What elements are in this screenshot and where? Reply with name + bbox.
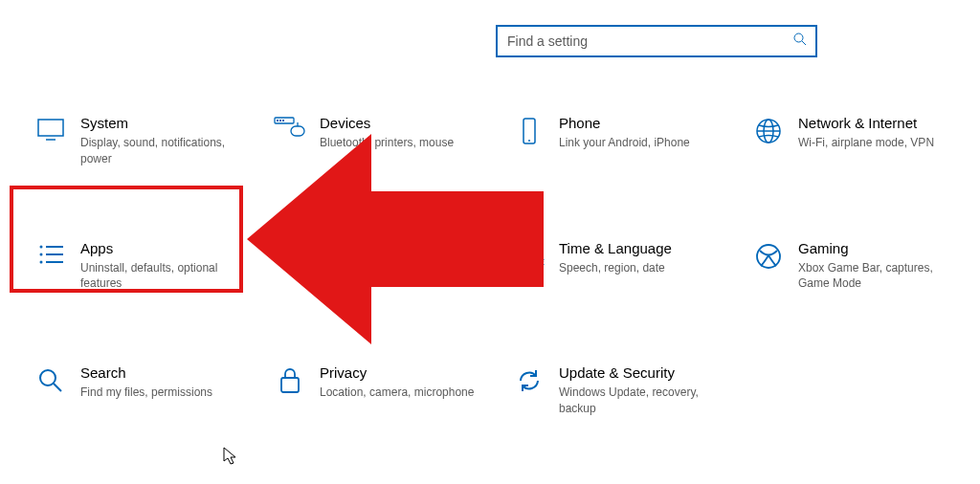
svg-text:A字: A字 [529,257,545,269]
cursor-icon [223,447,238,466]
svg-point-26 [40,370,56,385]
phone-icon [505,115,553,145]
tile-title: Network & Internet [798,115,934,131]
tile-apps[interactable]: Apps Uninstall, defaults, optional featu… [21,232,260,300]
tile-title: Privacy [320,364,474,381]
tile-title: Search [80,364,212,381]
tile-title: Update & Security [559,364,716,381]
tile-subtitle: Bluetooth, printers, mouse [320,135,454,151]
tile-gaming[interactable]: Gaming Xbox Game Bar, captures, Game Mod… [739,232,978,300]
search-container [496,25,817,57]
tile-subtitle: Windows Update, recovery, backup [559,385,716,417]
tile-subtitle: Link your Android, iPhone [559,135,690,151]
svg-point-17 [40,253,43,255]
svg-rect-6 [279,120,281,121]
search-input[interactable] [496,25,817,57]
tile-subtitle: Uninstall, defaults, optional features [80,260,237,293]
svg-point-11 [528,140,530,142]
tile-subtitle: Wi-Fi, airplane mode, VPN [798,135,934,151]
tile-subtitle: Display, sound, notifications, power [80,135,237,167]
svg-rect-8 [291,126,304,136]
tile-update-security[interactable]: Update & Security Windows Update, recove… [500,357,739,425]
svg-rect-28 [281,378,299,392]
tile-subtitle: Speech, region, date [559,260,672,276]
tile-title: Apps [80,240,237,256]
tile-devices[interactable]: Devices Bluetooth, printers, mouse [260,107,500,175]
tile-privacy[interactable]: Privacy Location, camera, microphone [260,357,500,425]
tile-search[interactable]: Search Find my files, permissions [21,357,260,425]
gaming-icon [745,240,792,271]
svg-line-27 [54,384,61,391]
search-tile-icon [27,364,75,395]
svg-point-15 [40,245,43,248]
svg-rect-5 [277,120,278,121]
network-icon [745,115,792,145]
tile-phone[interactable]: Phone Link your Android, iPhone [500,107,739,175]
devices-icon [266,115,314,142]
time-language-icon: A字 [505,240,553,271]
tile-network[interactable]: Network & Internet Wi-Fi, airplane mode,… [739,107,978,175]
tile-title: Devices [320,115,454,131]
tile-title: Phone [559,115,690,131]
apps-icon [27,240,75,267]
tile-subtitle: Find my files, permissions [80,385,212,401]
tile-subtitle: Xbox Game Bar, captures, Game Mode [798,260,955,293]
tile-title: System [80,115,237,131]
svg-point-19 [40,260,43,263]
privacy-icon [266,364,314,395]
tile-title: Gaming [798,240,955,256]
svg-rect-2 [38,120,63,136]
svg-rect-7 [282,120,284,121]
settings-grid: System Display, sound, notifications, po… [21,107,978,425]
tile-subtitle: Location, camera, microphone [320,385,474,401]
system-icon [27,115,75,142]
tile-system[interactable]: System Display, sound, notifications, po… [21,107,260,175]
update-icon [505,364,553,395]
tile-title: Time & Language [559,240,672,256]
svg-line-23 [523,252,527,253]
tile-time-language[interactable]: A字 Time & Language Speech, region, date [500,232,739,300]
